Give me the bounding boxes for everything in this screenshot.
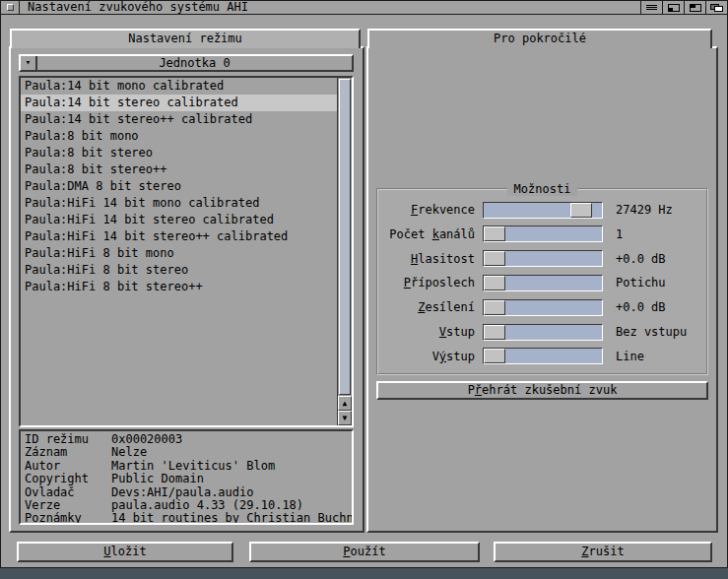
tab-mode-settings[interactable]: Nastavení režimu — [10, 29, 361, 48]
close-icon — [7, 4, 14, 11]
gain-label: Zesílení — [384, 300, 483, 314]
frequency-value: 27429 Hz — [603, 203, 673, 217]
info-value: Martin 'Leviticus' Blom — [111, 460, 348, 473]
volume-row: Hlasitost +0.0 dB — [384, 250, 700, 268]
output-label: Výstup — [384, 350, 483, 363]
output-value: Line — [603, 350, 644, 363]
mode-list-item[interactable]: Paula:8 bit stereo++ — [21, 161, 337, 178]
info-value: 14 bit routines by Christian Buchner. — [111, 512, 354, 525]
gain-slider[interactable] — [483, 299, 603, 316]
info-label: Autor — [25, 460, 111, 473]
mode-list-item[interactable]: Paula:HiFi 8 bit mono — [21, 245, 337, 262]
window-title: Nastavení zvukového systému AHI — [28, 1, 248, 14]
info-value: paula.audio 4.33 (29.10.18) — [111, 499, 348, 512]
channels-slider-knob[interactable] — [484, 226, 505, 241]
mode-list-item[interactable]: Paula:DMA 8 bit stereo — [21, 178, 337, 195]
mode-list-item[interactable]: Paula:HiFi 14 bit mono calibrated — [21, 195, 337, 212]
monitor-slider[interactable] — [483, 275, 603, 291]
tab-advanced-label: Pro pokročilé — [494, 32, 586, 45]
info-row: Poznámky 14 bit routines by Christian Bu… — [25, 512, 348, 525]
scrollbar-track[interactable] — [338, 78, 352, 396]
input-label: Vstup — [384, 325, 483, 339]
tab-mode-settings-label: Nastavení režimu — [128, 32, 242, 45]
ahi-preferences-window: Nastavení zvukového systému AHI Nas — [0, 0, 728, 568]
scroll-up-button[interactable]: ▲ — [338, 396, 352, 411]
mode-list-items: Paula:14 bit mono calibrated Paula:14 bi… — [21, 78, 337, 425]
input-value: Bez vstupu — [603, 325, 687, 339]
input-row: Vstup Bez vstupu — [384, 323, 700, 341]
unit-cycle[interactable]: ▾ Jednotka 0 — [19, 54, 354, 72]
monitor-value: Potichu — [603, 276, 666, 290]
output-row: Výstup Line — [384, 348, 700, 365]
gain-row: Zesílení +0.0 dB — [384, 298, 700, 316]
volume-slider-knob[interactable] — [484, 251, 505, 266]
scroll-down-button[interactable]: ▼ — [338, 411, 352, 425]
frequency-slider-knob[interactable] — [570, 203, 592, 218]
play-test-sound-button[interactable]: Přehrát zkušební zvuk — [376, 381, 708, 400]
output-slider-knob[interactable] — [484, 349, 505, 363]
up-arrow-icon: ▲ — [343, 399, 348, 408]
channels-slider[interactable] — [483, 225, 603, 242]
info-value: Public Domain — [111, 473, 348, 485]
advanced-page: Možnosti Frekvence 27429 Hz Počet kanálů — [366, 46, 718, 533]
use-button[interactable]: Použít — [249, 542, 480, 562]
channels-value: 1 — [603, 227, 623, 241]
monitor-slider-knob[interactable] — [484, 276, 505, 290]
mode-list-item[interactable]: Paula:HiFi 8 bit stereo++ — [21, 279, 337, 295]
cycle-arrow-icon: ▾ — [21, 56, 37, 70]
info-row: Verze paula.audio 4.33 (29.10.18) — [25, 499, 348, 512]
mode-list-item[interactable]: Paula:8 bit stereo — [21, 145, 337, 161]
info-label: Poznámky — [25, 512, 111, 525]
input-slider[interactable] — [483, 324, 603, 341]
cancel-button[interactable]: Zrušit — [494, 542, 712, 562]
monitor-label: Příposlech — [384, 276, 483, 290]
volume-label: Hlasitost — [384, 252, 483, 266]
info-row: ID režimu 0x00020003 — [25, 433, 348, 446]
gain-slider-knob[interactable] — [484, 300, 505, 315]
info-label: Záznam — [25, 446, 111, 459]
zoom-button[interactable] — [684, 1, 705, 14]
info-value: Nelze — [111, 446, 348, 459]
down-arrow-icon: ▼ — [343, 414, 348, 422]
mode-list-item[interactable]: Paula:HiFi 14 bit stereo calibrated — [21, 212, 337, 228]
mode-list-item-selected[interactable]: Paula:14 bit stereo calibrated — [21, 95, 337, 111]
info-row: Záznam Nelze — [25, 446, 348, 459]
screen-background-strip — [0, 568, 728, 579]
channels-row: Počet kanálů 1 — [384, 225, 700, 243]
options-group: Možnosti Frekvence 27429 Hz Počet kanálů — [376, 188, 708, 375]
close-button[interactable] — [1, 1, 20, 14]
info-label: ID režimu — [25, 433, 111, 446]
input-slider-knob[interactable] — [484, 325, 505, 340]
screen: Nastavení zvukového systému AHI Nas — [0, 0, 728, 579]
info-label: Ovladač — [25, 486, 111, 499]
info-row: Copyright Public Domain — [25, 473, 348, 485]
save-button[interactable]: Uložit — [17, 542, 233, 562]
mode-list-item[interactable]: Paula:8 bit mono — [21, 128, 337, 145]
info-row: Ovladač Devs:AHI/paula.audio — [25, 486, 348, 499]
frequency-label: Frekvence — [384, 203, 483, 217]
tab-advanced[interactable]: Pro pokročilé — [367, 29, 712, 48]
scrollbar-thumb[interactable] — [339, 79, 351, 395]
frequency-slider[interactable] — [483, 202, 603, 219]
mode-list-item[interactable]: Paula:HiFi 14 bit stereo++ calibrated — [21, 228, 337, 245]
gain-value: +0.0 dB — [603, 300, 666, 314]
mode-list-item[interactable]: Paula:HiFi 8 bit stereo — [21, 262, 337, 279]
snapshot-button[interactable] — [640, 1, 662, 14]
mode-info-box: ID režimu 0x00020003 Záznam Nelze Autor … — [19, 429, 354, 525]
titlebar[interactable]: Nastavení zvukového systému AHI — [1, 1, 727, 15]
volume-value: +0.0 dB — [603, 252, 666, 266]
depth-button[interactable] — [705, 1, 727, 14]
info-row: Autor Martin 'Leviticus' Blom — [25, 460, 348, 473]
iconify-button[interactable] — [662, 1, 684, 14]
info-value: 0x00020003 — [111, 433, 348, 446]
channels-label: Počet kanálů — [384, 227, 483, 241]
mode-list-scrollbar[interactable]: ▲ ▼ — [337, 78, 352, 425]
frequency-row: Frekvence 27429 Hz — [384, 201, 700, 219]
unit-cycle-label: Jednotka 0 — [37, 56, 352, 70]
monitor-row: Příposlech Potichu — [384, 274, 700, 291]
mode-list-item[interactable]: Paula:14 bit mono calibrated — [21, 78, 337, 95]
mode-list-item[interactable]: Paula:14 bit stereo++ calibrated — [21, 111, 337, 128]
output-slider[interactable] — [483, 348, 603, 364]
info-label: Copyright — [25, 473, 111, 485]
volume-slider[interactable] — [483, 250, 603, 267]
